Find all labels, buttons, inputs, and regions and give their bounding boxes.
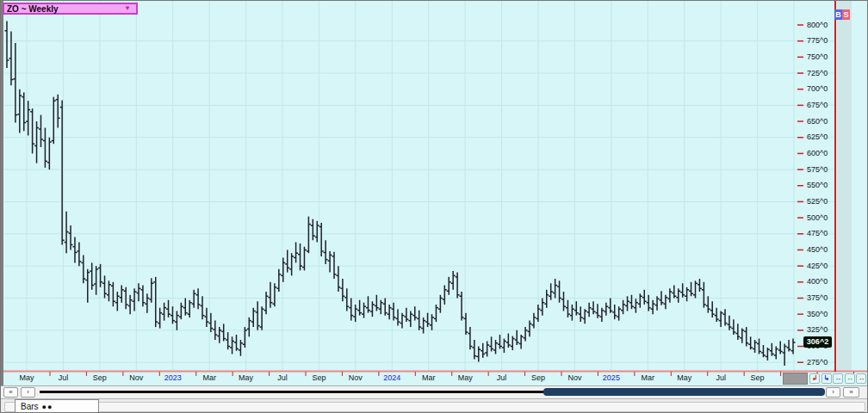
price-tick-label: 675^0 [807,101,828,109]
scrollbar-thumb[interactable] [543,388,825,396]
price-tick-label: 700^0 [807,84,828,93]
last-price-marker: 306^2 [803,336,832,348]
tab-bars[interactable]: Bars ●● [15,399,99,413]
time-month-label: May [239,373,253,382]
price-tick-label: 800^0 [807,21,828,29]
time-month-label: Sep [312,373,326,382]
scroll-far-right-button[interactable]: » [843,387,859,398]
time-month-label: Jul [277,373,288,382]
price-tick-label: 625^0 [807,133,828,141]
price-chart[interactable] [1,1,868,385]
status-groove [4,402,865,412]
horizontal-scrollbar: « ‹ › » [1,385,868,398]
time-month-label: Mar [642,373,655,382]
bars-circles-icon: ●● [42,403,53,411]
scroll-right-button[interactable]: › [826,387,840,398]
sell-button[interactable]: S [842,9,850,20]
time-year-label: 2023 [164,373,182,382]
time-year-label: 2025 [603,373,620,382]
price-tick-label: 775^0 [807,36,828,45]
nav-corner-right-blue-button[interactable]: ↳ [822,373,832,384]
scroll-left-button[interactable]: ‹ [21,387,35,398]
chart-window: ZO ~ Weekly ▼ B S 800^0775^0750^0725^070… [0,0,868,413]
nav-expand-green-button[interactable]: ↔ [845,373,855,384]
time-month-label: Nov [129,373,143,382]
time-month-label: Jul [497,373,507,382]
price-tick-label: 275^0 [807,358,828,367]
time-month-label: Mar [422,373,436,382]
time-month-label: May [458,373,473,382]
time-axis-current-handle[interactable] [783,373,808,385]
time-month-label: Sep [531,373,545,382]
time-month-label: Jul [716,373,726,382]
price-tick-label: 600^0 [807,149,828,157]
price-tick-label: 350^0 [807,310,828,318]
status-tab-bar: Bars ●● [1,398,868,413]
time-month-label: Sep [751,373,765,382]
time-month-label: Sep [93,373,107,382]
price-tick-label: 750^0 [807,52,828,61]
price-tick-label: 550^0 [807,181,828,189]
time-month-label: Mar [202,373,216,382]
symbol-timeframe-dropdown[interactable]: ZO ~ Weekly ▼ [3,3,138,15]
price-tick-label: 525^0 [807,197,828,206]
price-tick-label: 475^0 [807,229,828,237]
price-tick-label: 650^0 [807,117,828,126]
buy-button[interactable]: B [834,9,842,20]
scroll-far-left-button[interactable]: « [3,387,18,398]
tab-bars-label: Bars [21,402,39,411]
price-tick-label: 450^0 [807,245,828,254]
chevron-down-icon: ▼ [124,4,131,12]
window-left-border [1,1,3,385]
price-tick-label: 725^0 [807,69,828,77]
symbol-timeframe-label: ZO ~ Weekly [4,4,59,14]
time-month-label: May [677,373,691,382]
time-month-label: May [19,373,34,382]
price-tick-label: 400^0 [807,277,828,286]
price-tick-label: 375^0 [807,293,828,302]
nav-expand-red-button[interactable]: ↔ [856,373,866,384]
price-tick-label: 325^0 [807,325,828,334]
nav-corner-left-red-button[interactable]: ↲ [809,373,820,384]
nav-expand-blue-button[interactable]: ↔ [833,373,843,384]
time-month-label: Nov [349,373,363,382]
time-year-label: 2024 [383,373,400,382]
price-tick-label: 500^0 [807,213,828,222]
time-month-label: Nov [567,373,581,382]
price-tick-label: 425^0 [807,262,828,270]
price-tick-label: 575^0 [807,165,828,174]
time-month-label: Jul [59,373,69,382]
